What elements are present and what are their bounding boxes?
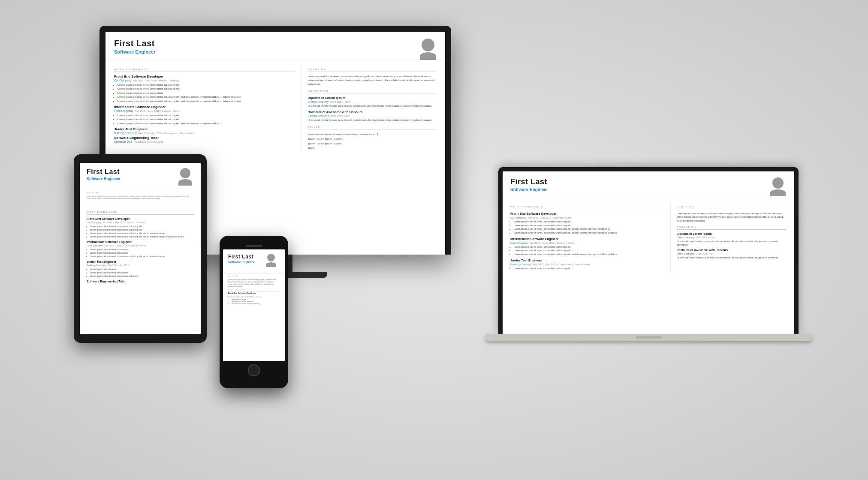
tablet-job-1: Front-End Software Developer Car Company… [87, 217, 194, 238]
phone-job-1-company: Car Company [228, 296, 238, 298]
bullet: Lorem ipsum dolor sit amet, consectetur … [514, 267, 664, 270]
avatar-head [422, 39, 434, 51]
education-label: EDUCATION [308, 90, 437, 93]
bullet: Lorem ipsum dolor sit amet, consectetur [90, 252, 194, 255]
bullet: Lorem ipsum dolor sit amet, consectetur … [514, 231, 664, 235]
laptop-base [485, 334, 811, 341]
bullet: Lorem ipsum dolor sit amet, consectetur … [514, 224, 664, 228]
edu-2-degree: Bachelor of Awesome with Honours [308, 110, 437, 114]
job-3-dates: Feb 2012 - Apr 2015 • Christchurch, New … [139, 132, 196, 135]
resume-header: First Last Software Engineer [105, 32, 445, 60]
laptop-job-3-company: Building Company [510, 263, 531, 266]
edu-1-dates: 2010-2011 • USA [330, 101, 350, 103]
bullet: Lorem ipsum dolor sit amet, consectetur … [514, 220, 664, 224]
phone-device: First Last Software Engineer ABOUT ME Lo… [220, 236, 288, 388]
tablet-job-1-bullets: Lorem ipsum dolor sit amet, consectetur … [87, 225, 194, 238]
bullet: Lorem ipsum dolor sit amet, consectetur … [90, 232, 194, 235]
laptop-about-text: Lorem ipsum dolor sit amet, consectetur … [677, 212, 787, 222]
bullet: Lorem ipsum dolor sit amet, consectetur … [90, 255, 194, 258]
resume-right-col: ABOUT ME Lorem ipsum dolor sit amet, con… [301, 65, 437, 150]
phone-screen: First Last Software Engineer ABOUT ME Lo… [223, 249, 285, 361]
bullet: Lorem ipsum dolor sit amet, consectetur … [118, 114, 295, 117]
edu-1-school: Lorem University [308, 100, 329, 103]
laptop-job-3-title: Junior Test Engineer [510, 258, 664, 262]
laptop-job-3: Junior Test Engineer Building Company Fe… [510, 258, 664, 270]
phone-work-label: WORK EXPERIENCE [228, 289, 280, 291]
tablet-job-3-bullets: Lorem ipsum dolor sit amet Lorem ipsum d… [87, 268, 194, 278]
resume-left-col: WORK EXPERIENCE Front-End Software Devel… [114, 65, 295, 150]
tablet-avatar [177, 168, 194, 185]
tablet-avatar-body [178, 179, 192, 186]
bullet: Lorem ipsum dolor sit amet, consectetur [90, 248, 194, 251]
job-3-title: Junior Test Engineer [114, 127, 295, 131]
laptop-job-3-dates: Feb 2012 - Apr 2015 • Christchurch, New … [533, 263, 590, 266]
tablet-resume-header: First Last Software Engineer [80, 163, 201, 189]
bullet: Lorem ipsum dolor sit amet, consectetur … [90, 275, 194, 278]
job-1-title: Front-End Software Developer [114, 75, 295, 78]
laptop-edu-1-dates: 2010-2011 • USA [696, 236, 714, 239]
job-3: Junior Test Engineer Building Company Fe… [114, 127, 295, 135]
bullet: Lorem ipsum dolor sit amet [90, 268, 194, 271]
tablet-about-label: ABOUT ME [87, 192, 194, 194]
laptop-about-label: ABOUT ME [677, 205, 787, 209]
bullet: Lorem ipsum dolor sit amet, consectetur [118, 91, 295, 95]
laptop-right-col: ABOUT ME Lorem ipsum dolor sit amet, con… [670, 202, 787, 273]
job-2-bullets: Lorem ipsum dolor sit amet, consectetur … [114, 114, 295, 125]
phone-resume-name: First Last [228, 254, 254, 260]
phone-home-button[interactable] [248, 364, 260, 376]
tablet-job-2: Intermediate Software Engineer Food Comp… [87, 240, 194, 258]
resume-name: First Last [114, 39, 156, 48]
job-2-dates: Apr 2014 - June 2016 • Sichuan, China [135, 110, 179, 112]
laptop-resume-body: WORK EXPERIENCE Front-End Software Devel… [503, 198, 794, 276]
bullet: Lorem ipsum dolor sit amet, consectetur … [118, 122, 295, 125]
skill-row: ipsum • Lorem ipsum • Lorem [308, 141, 437, 146]
laptop-edu-label: EDUCATION [677, 226, 787, 230]
laptop-edu-2: Bachelor of Awesome with Honours Lorem B… [677, 249, 787, 259]
resume-tablet: First Last Software Engineer ABOUT ME Lo… [80, 163, 201, 334]
laptop-edu-1: Diploma In Lorem Ipsum Lorem University … [677, 232, 787, 247]
laptop-job-2-bullets: Lorem ipsum dolor sit amet, consectetur … [510, 246, 664, 256]
about-text: Lorem ipsum dolor sit amet, consectetur … [308, 75, 437, 86]
phone-resume-title: Software Engineer [228, 261, 254, 264]
skills-list: Lorem ipsum • Lorem • Lorem ipsum • Lore… [308, 132, 437, 150]
tablet-job-1-company: Car Company [87, 221, 101, 224]
skill-row: ipsum • Lorem ipsum • Lorem 1 [308, 137, 437, 141]
tablet-about-text: Lorem ipsum dolor sit amet, consectetur … [87, 195, 194, 199]
laptop-job-2-company: Food Company [510, 242, 528, 244]
job-1-company: Car Company [114, 79, 131, 82]
edu-2-dates: 2006-2009 • NZ [331, 115, 349, 117]
edu-1: Diploma In Lorem Ipsum Lorem University … [308, 96, 437, 108]
work-experience-label: WORK EXPERIENCE [114, 68, 295, 72]
resume-phone: First Last Software Engineer ABOUT ME Lo… [223, 249, 285, 361]
edu-2: Bachelor of Awesome with Honours Lorem B… [308, 110, 437, 122]
bullet: Lorem ipsum dolor sit amet, consectetur … [90, 235, 194, 238]
phone-about-label: ABOUT ME [228, 276, 280, 278]
tablet-job-1-title: Front-End Software Developer [87, 217, 194, 220]
tablet-job-2-dates: Apr 2014 - June 2016 • Sichuan, China [105, 244, 145, 247]
bullet: Lorem ipsum dolor sit amet, consectetur … [118, 99, 295, 103]
phone-about-text: Lorem ipsum dolor sit amet, consectetur … [228, 279, 280, 288]
phone-avatar [262, 254, 280, 271]
job-1: Front-End Software Developer Car Company… [114, 75, 295, 103]
bullet: Lorem ipsum dolor sit amet, consectetur … [90, 228, 194, 231]
avatar-body [420, 52, 436, 60]
bullet: Lorem ipsum dolor sit amet, consectetur … [514, 253, 664, 256]
tablet-resume-title: Software Engineer [87, 177, 121, 181]
tablet-device: First Last Software Engineer ABOUT ME Lo… [74, 154, 207, 343]
avatar [419, 39, 437, 56]
bullet: Lorem ipsum dolor sit amet, consectetur … [118, 83, 295, 87]
laptop-edu-2-dates: 2006-2009 • NZ [696, 252, 713, 255]
bullet: Lorem ipsum dolor sit amet, consectetur … [118, 95, 295, 99]
tablet-work-label: WORK EXPERIENCE [87, 211, 194, 215]
edu-1-text: Ut enim ad minim veniam, quis nostrud ex… [308, 104, 437, 108]
bullet: Lorem ipsum dolor sit amet, consectetur … [90, 225, 194, 228]
phone-speaker [245, 245, 262, 247]
tablet-job-3-title: Junior Test Engineer [87, 260, 194, 263]
about-me-label: ABOUT ME [308, 68, 437, 72]
laptop-avatar-body [770, 189, 786, 196]
tablet-job-3-dates: Feb 2011 - Apr 2015 [108, 264, 129, 267]
edu-2-text: Ut enim ad minim veniam, quis nostrud ex… [308, 118, 437, 122]
job-2: Intermediate Software Engineer Food Comp… [114, 105, 295, 125]
bullet: Lorem ipsum dolor sit amet, consectetur … [514, 249, 664, 252]
tablet-frame: First Last Software Engineer ABOUT ME Lo… [74, 154, 207, 343]
